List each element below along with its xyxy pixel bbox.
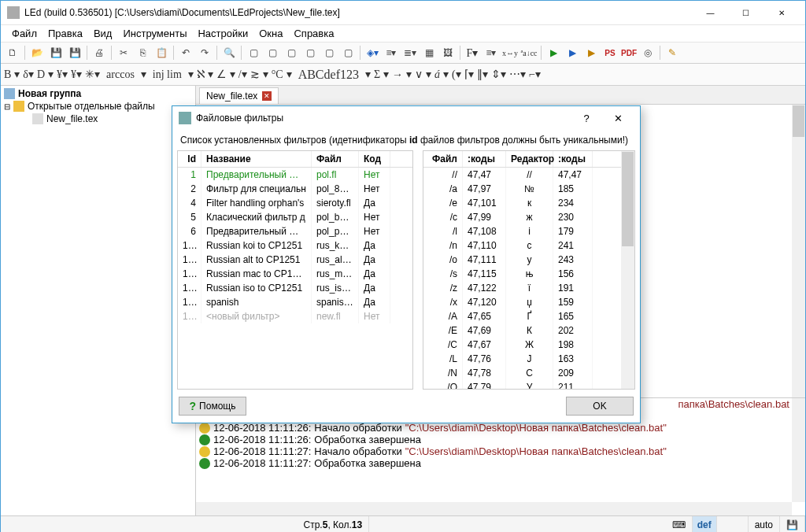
code-row[interactable]: /O47,79У211 xyxy=(423,380,634,390)
codes-table[interactable]: Файл :коды Редактор :коды //47,47//47,47… xyxy=(423,150,635,390)
code-row[interactable]: /A47,65Ґ165 xyxy=(423,309,634,323)
paste-icon[interactable]: 📋 xyxy=(153,44,170,61)
filter-row[interactable]: 4Filter handling orphan'ssieroty.flДа xyxy=(178,196,412,210)
angle-icon[interactable]: ∠ xyxy=(216,68,227,81)
filter-row[interactable]: 103Russian iso to CP1251rus_iso2wДа xyxy=(178,281,412,295)
codes-scrollbar[interactable] xyxy=(621,151,634,389)
close-button[interactable]: ✕ xyxy=(763,2,799,24)
box2-icon[interactable]: ▢ xyxy=(264,44,281,61)
filter-row[interactable]: 6Предварительный филpol_polskНет xyxy=(178,224,412,238)
log-vscroll[interactable] xyxy=(792,398,805,502)
menu-settings[interactable]: Настройки xyxy=(193,26,253,41)
status-def[interactable]: def xyxy=(693,516,717,532)
listdash-icon[interactable]: ≣▾ xyxy=(401,44,419,61)
collapse-icon[interactable]: ⊟ xyxy=(4,102,10,111)
aleph-icon[interactable]: ℵ xyxy=(197,68,205,81)
box5-icon[interactable]: ▢ xyxy=(320,44,338,61)
ge-icon[interactable]: ≳ xyxy=(250,68,260,81)
arrow-icon[interactable]: → xyxy=(392,68,403,81)
run1-icon[interactable]: ▶ xyxy=(545,44,562,61)
box6-icon[interactable]: ▢ xyxy=(339,44,357,61)
box1-icon[interactable]: ▢ xyxy=(245,44,262,61)
filter-row[interactable]: 100Russian koi to CP1251rus_koi2vДа xyxy=(178,238,412,253)
acute-a-icon[interactable]: á xyxy=(434,68,440,81)
filter-row[interactable]: 105<новый фильтр>new.flНет xyxy=(178,309,412,323)
tree-file[interactable]: New_file.tex xyxy=(2,113,194,125)
vee-icon[interactable]: ∨ xyxy=(415,68,423,81)
dialog-help-icon[interactable]: ? xyxy=(571,113,602,124)
font-icon[interactable]: F▾ xyxy=(464,44,481,61)
code-row[interactable]: /e47,101к234 xyxy=(423,196,634,210)
filters-table[interactable]: Id Название Файл Код 1Предварительный фи… xyxy=(177,150,413,390)
saveall-icon[interactable]: 💾 xyxy=(66,44,83,61)
code-row[interactable]: /C47,67Ж198 xyxy=(423,338,634,352)
cut-icon[interactable]: ✂ xyxy=(115,44,132,61)
maximize-button[interactable]: ☐ xyxy=(728,2,763,24)
save-icon[interactable]: 💾 xyxy=(47,44,65,61)
find-icon[interactable]: 🔍 xyxy=(220,44,238,61)
code-row[interactable]: /s47,115њ156 xyxy=(423,267,634,281)
code-row[interactable]: /a47,97№185 xyxy=(423,182,634,196)
code-row[interactable]: /x47,120џ159 xyxy=(423,295,634,309)
ps-button[interactable]: PS xyxy=(601,44,619,61)
pdf-button[interactable]: PDF xyxy=(620,44,638,61)
aa-caron-icon[interactable]: ªa↓cc xyxy=(520,44,538,61)
print-icon[interactable]: 🖨 xyxy=(91,44,108,61)
paren-icon[interactable]: (▾ xyxy=(452,68,461,81)
menu-file[interactable]: Файл xyxy=(7,26,42,41)
scroll-thumb[interactable] xyxy=(793,105,804,137)
dots-icon[interactable]: ⋯▾ xyxy=(509,68,526,81)
bold-B[interactable]: B xyxy=(4,68,11,81)
copy-icon[interactable]: ⎘ xyxy=(134,44,151,61)
menu-view[interactable]: Вид xyxy=(89,26,117,41)
celsius-btn[interactable]: °C xyxy=(272,68,283,81)
status-save-icon[interactable]: 💾 xyxy=(780,516,805,532)
tree-open-files[interactable]: ⊟ Открытые отдельные файлы xyxy=(2,100,194,113)
redo-icon[interactable]: ↷ xyxy=(196,44,213,61)
run3-icon[interactable]: ▶ xyxy=(582,44,600,61)
undo-icon[interactable]: ↶ xyxy=(177,44,194,61)
bracket-icon[interactable]: ⌈▾ xyxy=(464,68,474,81)
filter-row[interactable]: 102Russian mac to CP1251rus_mac2Да xyxy=(178,267,412,281)
filter-row[interactable]: 5Класический фильтр дpol_babeНет xyxy=(178,210,412,224)
box4-icon[interactable]: ▢ xyxy=(301,44,319,61)
code-row[interactable]: /c47,99ж230 xyxy=(423,210,634,224)
help-button[interactable]: ? Помощь xyxy=(179,397,246,416)
updown-icon[interactable]: ⇕▾ xyxy=(491,68,506,81)
code-row[interactable]: /o47,111у243 xyxy=(423,253,634,267)
align-icon[interactable]: ≡▾ xyxy=(482,44,500,61)
code-row[interactable]: /l47,108і179 xyxy=(423,224,634,238)
editor-scrollbar[interactable] xyxy=(792,105,805,397)
image-icon[interactable]: 🖼 xyxy=(439,44,457,61)
code-row[interactable]: /N47,78С209 xyxy=(423,366,634,380)
target-icon[interactable]: ◎ xyxy=(639,44,656,61)
filter-row[interactable]: 104spanishspanish.fДа xyxy=(178,295,412,309)
tab-close-icon[interactable]: ✕ xyxy=(262,91,272,101)
filter-row[interactable]: 101Russian alt to CP1251rus_alt2wДа xyxy=(178,253,412,267)
menu-help[interactable]: Справка xyxy=(289,26,338,41)
star-icon[interactable]: ✳▾ xyxy=(85,68,100,81)
code-row[interactable]: /z47,122ї191 xyxy=(423,281,634,295)
code-row[interactable]: /E47,69К202 xyxy=(423,323,634,338)
abcdef-btn[interactable]: ABCdef123 xyxy=(295,68,362,82)
dialog-titlebar[interactable]: Файловые фильтры ? ✕ xyxy=(172,106,640,130)
titlebar[interactable]: LEd (build 0.536501) [C:\Users\diami\Doc… xyxy=(1,1,805,24)
menu-tools[interactable]: Инструменты xyxy=(118,26,191,41)
layers-icon[interactable]: ◈▾ xyxy=(364,44,381,61)
delta-icon[interactable]: δ▾ xyxy=(23,68,34,81)
status-auto[interactable]: auto xyxy=(749,516,780,532)
scroll-thumb[interactable] xyxy=(622,152,634,246)
yen1-icon[interactable]: ¥▾ xyxy=(57,68,68,81)
code-row[interactable]: //47,47//47,47 xyxy=(423,168,634,182)
xy-swap-icon[interactable]: x↔y xyxy=(501,44,519,61)
sigma-icon[interactable]: Σ xyxy=(374,68,380,81)
injlim-btn[interactable]: inj lim xyxy=(150,68,185,81)
status-keyboard-icon[interactable]: ⌨ xyxy=(666,516,693,532)
open-icon[interactable]: 📂 xyxy=(28,44,46,61)
minimize-button[interactable]: — xyxy=(693,2,728,24)
code-row[interactable]: /L47,76Ј163 xyxy=(423,352,634,366)
list-icon[interactable]: ≡▾ xyxy=(383,44,400,61)
run2-icon[interactable]: ▶ xyxy=(564,44,581,61)
grid-icon[interactable]: ▦ xyxy=(420,44,438,61)
menu-windows[interactable]: Окна xyxy=(254,26,287,41)
